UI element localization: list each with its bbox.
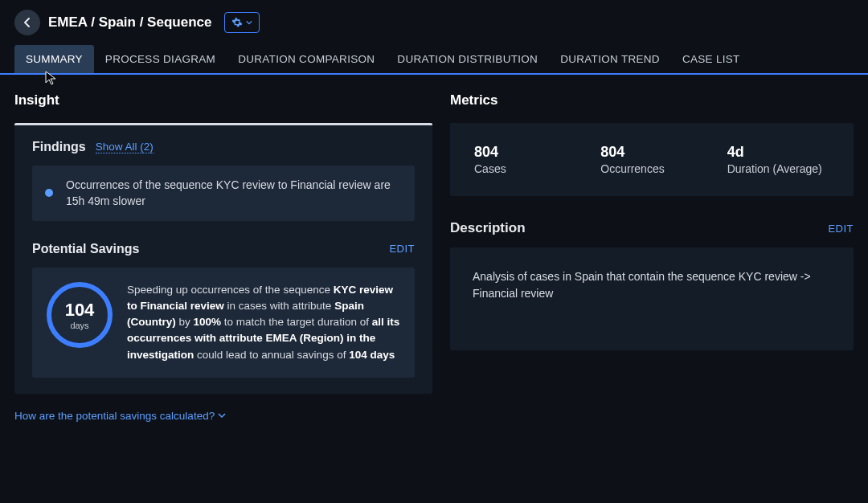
arrow-left-icon [21,16,34,29]
savings-text: Speeding up occurrences of the sequence … [127,282,400,363]
show-all-link[interactable]: Show All (2) [96,141,154,153]
metric-value: 804 [600,144,702,161]
metric-cases: 804 Cases [474,144,576,175]
tab-case-list[interactable]: CASE LIST [671,45,751,73]
savings-text-bold: 104 days [349,349,395,361]
metric-label: Cases [474,162,576,175]
edit-savings-link[interactable]: EDIT [389,243,415,255]
breadcrumb: EMEA / Spain / Sequence [48,14,211,31]
savings-text-part: in cases with attribute [224,300,334,312]
metrics-title: Metrics [450,92,854,108]
savings-text-part: by [176,316,194,328]
savings-value: 104 [65,300,95,321]
metric-label: Duration (Average) [727,162,829,175]
settings-dropdown[interactable] [224,12,260,33]
finding-item[interactable]: Occurrences of the sequence KYC review t… [32,166,415,221]
findings-label: Findings [32,140,86,154]
savings-text-part: to match the target duration of [221,316,372,328]
savings-card: 104 days Speeding up occurrences of the … [32,268,415,378]
tab-duration-distribution[interactable]: DURATION DISTRIBUTION [386,45,549,73]
tab-summary[interactable]: SUMMARY [14,45,94,73]
insight-title: Insight [14,92,432,108]
potential-savings-label: Potential Savings [32,242,139,256]
status-dot-icon [45,189,53,197]
edit-description-link[interactable]: EDIT [828,223,854,235]
tab-duration-trend[interactable]: DURATION TREND [549,45,671,73]
gear-icon [231,17,243,28]
finding-text: Occurrences of the sequence KYC review t… [66,177,402,210]
metrics-card: 804 Cases 804 Occurrences 4d Duration (A… [450,123,854,196]
savings-unit: days [70,321,88,330]
chevron-down-icon [246,19,252,26]
metric-value: 4d [727,144,829,161]
metric-duration: 4d Duration (Average) [727,144,829,175]
how-calculated-text: How are the potential savings calculated… [14,410,215,422]
savings-text-part: could lead to annual savings of [194,349,349,361]
metric-occurrences: 804 Occurrences [600,144,702,175]
header-bar: EMEA / Spain / Sequence [0,0,868,45]
insight-panel: Findings Show All (2) Occurrences of the… [14,123,432,394]
description-title: Description [450,220,526,236]
description-text: Analysis of cases in Spain that contain … [473,270,811,300]
savings-text-bold: 100% [194,316,222,328]
tab-process-diagram[interactable]: PROCESS DIAGRAM [94,45,227,73]
description-card: Analysis of cases in Spain that contain … [450,247,854,350]
tabs: SUMMARY PROCESS DIAGRAM DURATION COMPARI… [0,45,868,75]
metric-label: Occurrences [600,162,702,175]
metric-value: 804 [474,144,576,161]
back-button[interactable] [14,10,40,35]
how-calculated-link[interactable]: How are the potential savings calculated… [14,410,432,422]
savings-ring: 104 days [47,282,113,348]
chevron-down-icon [218,411,226,419]
savings-text-part: Speeding up occurrences of the sequence [127,284,334,296]
tab-duration-comparison[interactable]: DURATION COMPARISON [227,45,386,73]
